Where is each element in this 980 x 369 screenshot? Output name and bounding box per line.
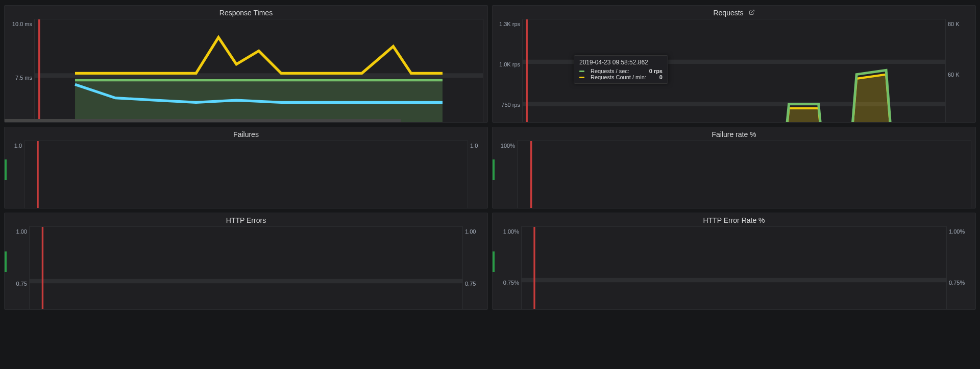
external-link-icon[interactable]	[749, 9, 755, 17]
panel-title: Response Times	[5, 6, 487, 19]
tick: 7.5 ms	[11, 75, 32, 81]
panel-title: HTTP Errors	[5, 213, 487, 226]
y-axis-right: 1.00%0.75%0.50%0.25%0%	[947, 226, 971, 310]
tick: 1.00%	[949, 228, 969, 235]
tick: 1.00	[11, 228, 27, 235]
plot-area[interactable]: 4xx 1.000.750.500.250 1.000.750.500.250 …	[5, 226, 487, 310]
y-axis-right: 1.00.50	[468, 141, 483, 209]
tooltip-label: Requests Count / min:	[591, 74, 646, 80]
y-axis-left: 1.3K rps1.0K rps750 rps500 rps250 rps0 r…	[497, 19, 522, 123]
tick: 0.75%	[949, 280, 969, 286]
chart-canvas[interactable]	[34, 19, 483, 123]
tick: 80 K	[948, 21, 969, 27]
tooltip-swatch	[579, 77, 584, 78]
tooltip-time: 2019-04-23 09:58:52.862	[579, 59, 663, 66]
tick: 1.3K rps	[499, 21, 520, 27]
panel-http-errors[interactable]: HTTP Errors 4xx 1.000.750.500.250 1.000.…	[4, 213, 488, 310]
tick: 40 K	[948, 122, 969, 123]
tooltip-rows: Requests / sec: 0 rps Requests Count / m…	[579, 68, 663, 80]
title-text: Requests	[713, 9, 743, 17]
tooltip-label: Requests / sec:	[591, 68, 629, 74]
tooltip-value: 0 rps	[639, 68, 663, 74]
y-axis-right: 1.000.750.500.250	[463, 226, 483, 310]
panel-title: Failures	[5, 127, 487, 141]
tooltip-value: 0	[649, 74, 663, 80]
y-axis-left: 100%50%0%	[497, 141, 517, 209]
chart-canvas[interactable]	[24, 141, 468, 209]
tick: 0.75	[465, 281, 481, 287]
tick: 1.0	[470, 143, 481, 149]
svg-line-5	[751, 10, 754, 13]
panel-failures[interactable]: Failures avg / s 1.00 1.00.50 total / m …	[4, 127, 488, 209]
chart-canvas[interactable]	[521, 226, 947, 310]
panel-failure-rate[interactable]: Failure rate % 100%50%0% 10:0010:0510:10…	[492, 127, 976, 209]
tooltip-row: Requests / sec: 0 rps	[579, 68, 663, 74]
tooltip-row: Requests Count / min: 0	[579, 74, 663, 80]
chart-canvas[interactable]	[29, 226, 463, 310]
tick: 1.0	[11, 143, 22, 149]
y-axis-left: 10.0 ms7.5 ms5.0 ms2.5 ms0 ms	[9, 19, 34, 123]
tick: 1.00	[465, 228, 481, 235]
y-axis-left: 1.000.750.500.250	[9, 226, 29, 310]
panel-title: HTTP Error Rate %	[493, 213, 975, 226]
tick: 0.75	[11, 281, 27, 287]
tick: 750 rps	[499, 102, 520, 108]
dashboard-grid: Response Times 10.0 ms7.5 ms5.0 ms2.5 ms…	[0, 5, 980, 310]
y-axis-left: 1.00%0.75%0.50%0.25%0%	[497, 226, 521, 310]
tooltip-swatch	[579, 71, 584, 72]
chart-canvas[interactable]	[517, 141, 971, 209]
plot-area[interactable]: 1.3K rps1.0K rps750 rps500 rps250 rps0 r…	[493, 19, 975, 123]
tick: 60 K	[948, 72, 969, 78]
panel-response-times[interactable]: Response Times 10.0 ms7.5 ms5.0 ms2.5 ms…	[4, 5, 488, 123]
plot-area[interactable]: 100%50%0%	[493, 141, 975, 209]
panel-http-error-rate[interactable]: HTTP Error Rate % 4xx 1.00%0.75%0.50%0.2…	[492, 213, 976, 310]
tick: 100%	[499, 143, 515, 149]
tick: 1.00%	[499, 228, 519, 235]
plot-area[interactable]: 10.0 ms7.5 ms5.0 ms2.5 ms0 ms	[5, 19, 487, 123]
panel-title: Requests	[493, 6, 975, 19]
panel-title: Failure rate %	[493, 127, 975, 141]
plot-area[interactable]: avg / s 1.00 1.00.50 total / m	[5, 141, 487, 209]
chart-canvas[interactable]: 2019-04-23 09:58:52.862 Requests / sec: …	[522, 19, 946, 123]
tick: 1.0K rps	[499, 61, 520, 67]
tick: 0.75%	[499, 280, 519, 286]
tick: 10.0 ms	[11, 21, 32, 27]
panel-requests[interactable]: Requests 1.3K rps1.0K rps750 rps500 rps2…	[492, 5, 976, 123]
scrollbar[interactable]	[5, 119, 401, 122]
plot-area[interactable]: 4xx 1.00%0.75%0.50%0.25%0% 1.00%0.75%0.5…	[493, 226, 975, 310]
y-axis-right: 80 K60 K40 K20 K0	[946, 19, 971, 123]
y-axis-left: 1.00	[9, 141, 24, 209]
chart-tooltip: 2019-04-23 09:58:52.862 Requests / sec: …	[574, 55, 668, 84]
